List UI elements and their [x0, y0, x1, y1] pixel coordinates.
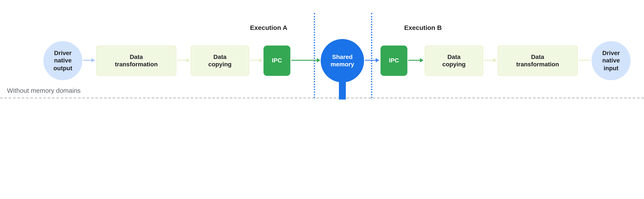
arrow-transform-to-copy-a: [177, 60, 190, 61]
node-ipc-a-top: IPC: [264, 46, 290, 76]
label-without-memory-domains: Without memory domains: [7, 87, 80, 94]
arrow-shared-to-ipc-b: [365, 60, 379, 61]
label-execution-b-top: Execution B: [397, 24, 449, 31]
node-ipc-b-top: IPC: [380, 46, 408, 76]
node-data-copying-a: Data copying: [191, 46, 249, 76]
arrow-copy-to-ipc-a: [250, 60, 262, 61]
node-shared-memory: Shared memory: [321, 39, 364, 82]
arrow-ipc-a-to-shared: [291, 60, 320, 61]
execution-b-boundary: [371, 13, 372, 100]
arrow-ipc-b-to-copy: [408, 60, 423, 61]
arrow-shared-to-native: [339, 82, 346, 100]
diagram-canvas: Without memory domains With memory domai…: [0, 0, 644, 100]
node-driver-input-top: Driver native input: [592, 41, 630, 80]
node-driver-output-top: Driver native output: [43, 41, 82, 80]
node-data-transformation-a: Data transformation: [96, 46, 176, 76]
arrow-transform-to-driverin: [578, 60, 591, 61]
arrow-copy-to-transform-b: [484, 60, 496, 61]
node-data-copying-b: Data copying: [425, 46, 483, 76]
arrow-driverout-to-transform: [83, 60, 94, 61]
label-execution-a-top: Execution A: [243, 24, 295, 31]
execution-a-boundary: [314, 13, 315, 100]
node-data-transformation-b: Data transformation: [498, 46, 578, 76]
horizontal-divider: [0, 98, 644, 98]
